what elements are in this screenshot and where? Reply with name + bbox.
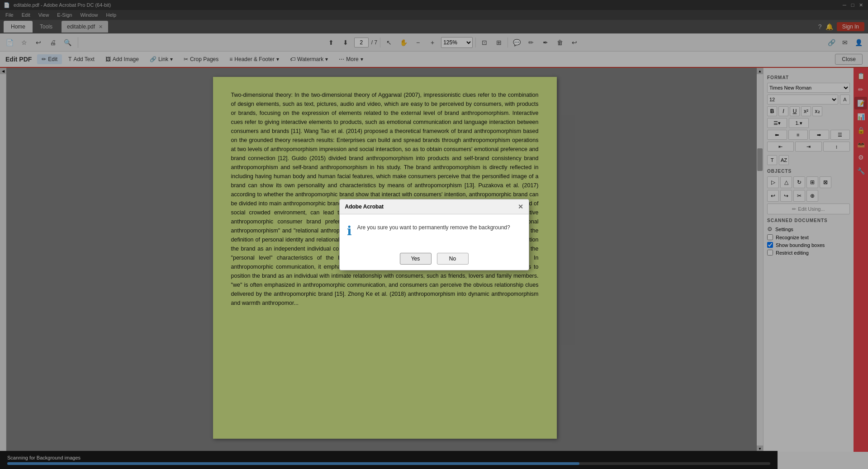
- dialog-overlay: Adobe Acrobat ✕ ℹ Are you sure you want …: [0, 0, 868, 469]
- dialog-title: Adobe Acrobat: [345, 204, 384, 210]
- dialog-close-button[interactable]: ✕: [518, 203, 523, 210]
- dialog-message: Are you sure you want to permanently rem…: [357, 223, 510, 232]
- adobe-acrobat-dialog: Adobe Acrobat ✕ ℹ Are you sure you want …: [339, 199, 529, 270]
- dialog-yes-button[interactable]: Yes: [400, 253, 432, 265]
- dialog-info-icon: ℹ: [347, 223, 352, 238]
- dialog-buttons: Yes No: [340, 247, 529, 270]
- dialog-title-bar: Adobe Acrobat ✕: [340, 199, 529, 214]
- dialog-no-button[interactable]: No: [437, 253, 469, 265]
- dialog-body: ℹ Are you sure you want to permanently r…: [340, 214, 529, 247]
